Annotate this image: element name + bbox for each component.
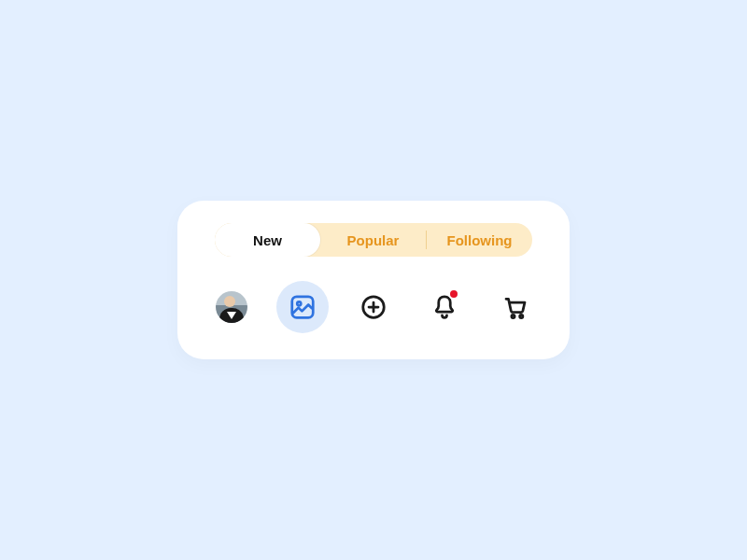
nav-add[interactable] xyxy=(347,281,400,333)
plus-circle-icon xyxy=(359,293,388,321)
cart-icon xyxy=(501,293,529,321)
nav-gallery[interactable] xyxy=(276,281,329,333)
tab-popular-label: Popular xyxy=(347,232,400,248)
bottom-nav xyxy=(202,281,545,333)
avatar-icon xyxy=(216,291,247,323)
svg-point-3 xyxy=(512,315,514,317)
tab-new[interactable]: New xyxy=(215,223,320,257)
svg-point-1 xyxy=(297,301,301,305)
nav-notifications[interactable] xyxy=(418,281,471,333)
tab-new-label: New xyxy=(253,232,282,248)
nav-card: New Popular Following xyxy=(177,201,570,359)
notification-badge xyxy=(448,288,459,300)
tab-following-label: Following xyxy=(447,232,513,248)
tab-popular[interactable]: Popular xyxy=(320,223,426,257)
tab-following[interactable]: Following xyxy=(427,223,532,257)
nav-cart[interactable] xyxy=(489,281,542,333)
svg-point-4 xyxy=(520,315,523,317)
tab-bar: New Popular Following xyxy=(215,223,532,257)
nav-profile[interactable] xyxy=(205,281,258,333)
image-icon xyxy=(289,293,317,321)
